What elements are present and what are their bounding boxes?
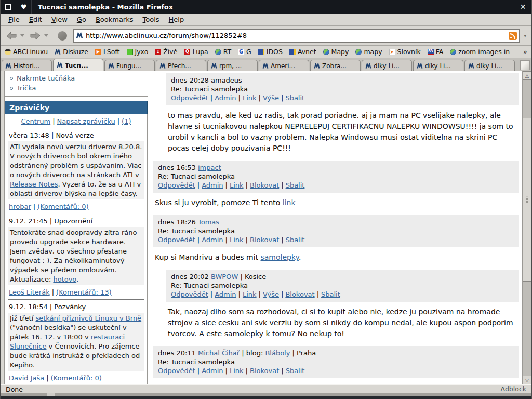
tab-tucnaci-samolepka[interactable]: Tucn...: [53, 59, 103, 71]
comments-link[interactable]: (Komentářů: 0): [37, 203, 88, 210]
tab-diky-1[interactable]: díky Li...: [362, 60, 412, 71]
forward-dropdown-icon[interactable]: [44, 34, 48, 37]
release-notes-link[interactable]: Release Notes: [10, 180, 58, 188]
block-link[interactable]: Blokovat: [250, 181, 279, 189]
reply-link[interactable]: Odpovědět: [158, 181, 195, 189]
user-link[interactable]: impact: [198, 164, 221, 171]
bookmark-zive[interactable]: ŽŽivě: [155, 48, 177, 56]
collapse-link[interactable]: Sbalit: [286, 181, 305, 189]
author-link[interactable]: Leoš Literák: [9, 288, 50, 296]
comments-link[interactable]: (Komentářů: 13): [56, 288, 112, 296]
bookmark-lsoft[interactable]: ▶LSoft: [95, 48, 120, 56]
setkani-link[interactable]: setkání příznivců Linuxu v Brně: [35, 314, 141, 322]
menu-go[interactable]: Go: [72, 14, 91, 25]
back-button[interactable]: [6, 32, 17, 40]
blog-link[interactable]: Bláboly: [265, 349, 290, 357]
body-link[interactable]: link: [283, 198, 296, 207]
link-link[interactable]: Link: [243, 94, 257, 102]
post-meta: dnes 20:28 amadeus: [171, 76, 514, 85]
close-button[interactable]: ✕: [514, 0, 531, 14]
centrum-link[interactable]: Centrum: [21, 117, 51, 125]
url-dropdown-icon[interactable]: ▾: [524, 33, 526, 38]
admin-link[interactable]: Admin: [215, 94, 236, 102]
rss-icon[interactable]: [509, 32, 517, 40]
bookmark-diskuze[interactable]: Diskuze: [55, 48, 88, 56]
link-link[interactable]: Link: [230, 236, 244, 244]
user-link[interactable]: Tomas: [198, 218, 219, 226]
sidebar-item-nakrmte-tucnaka[interactable]: Nakrmte tučňáka: [10, 73, 144, 83]
menu-tools[interactable]: Tools: [138, 14, 164, 25]
author-link[interactable]: hrobar: [9, 203, 31, 210]
count-link[interactable]: (1): [122, 117, 131, 125]
back-dropdown-icon[interactable]: [20, 34, 24, 37]
scroll-down-button[interactable]: ▽: [523, 376, 531, 384]
bookmark-zoom-images[interactable]: zoom images in: [450, 48, 510, 56]
menu-bookmarks[interactable]: Bookmarks: [91, 14, 138, 25]
menu-file[interactable]: File: [4, 14, 24, 25]
bookmark-lupa[interactable]: QLupa: [184, 48, 208, 56]
hotovo-link[interactable]: hotovo: [53, 275, 76, 283]
block-link[interactable]: Blokovat: [250, 367, 279, 375]
bookmark-jyxo[interactable]: Jyxo: [127, 48, 149, 56]
forward-button[interactable]: [30, 32, 41, 40]
adblock-status[interactable]: Adblock: [501, 385, 526, 393]
menu-help[interactable]: Help: [164, 14, 189, 25]
sidebar-item-tricka[interactable]: Trička: [10, 83, 144, 93]
vertical-scrollbar[interactable]: △ ▽: [522, 71, 531, 384]
bookmark-fa[interactable]: FAFA: [428, 48, 444, 56]
admin-link[interactable]: Admin: [202, 181, 223, 189]
comments-link[interactable]: (Komentářů: 0): [51, 374, 102, 382]
reply-link[interactable]: Odpovědět: [171, 94, 208, 102]
up-link[interactable]: Výše: [263, 290, 279, 298]
up-link[interactable]: Výše: [263, 94, 279, 102]
user-link[interactable]: BWPOW: [211, 273, 238, 281]
napsat-zpravicku-link[interactable]: Napsat zprávičku: [57, 117, 115, 125]
bookmarks-overflow-icon[interactable]: »: [523, 48, 527, 56]
scrollbar-thumb[interactable]: [523, 118, 531, 282]
collapse-link[interactable]: Sbalit: [285, 94, 304, 102]
block-link[interactable]: Blokovat: [285, 290, 314, 298]
menu-edit[interactable]: Edit: [24, 14, 47, 25]
admin-link[interactable]: Admin: [202, 236, 223, 244]
post-body: Tak, naozaj dlho som sa rozhodoval, ci s…: [166, 302, 519, 340]
tab-rpm[interactable]: rpm, ...: [207, 60, 258, 71]
bookmark-g[interactable]: GG: [238, 48, 251, 56]
bookmark-slovnik[interactable]: ➤Slovník: [389, 48, 421, 56]
bookmark-idos[interactable]: IDOS: [258, 48, 283, 56]
bookmark-abclinuxu[interactable]: ABCLinuxu: [5, 48, 48, 56]
reply-link[interactable]: Odpovědět: [171, 290, 208, 298]
bookmark-mapy2[interactable]: mapy: [355, 48, 382, 56]
bookmark-rt[interactable]: RT: [215, 48, 231, 56]
mozilla-icon: [314, 63, 320, 69]
tab-prechod[interactable]: Přech...: [156, 60, 206, 71]
bookmark-avnet[interactable]: Avnet: [289, 48, 316, 56]
block-link[interactable]: Blokovat: [250, 236, 279, 244]
reply-link[interactable]: Odpovědět: [158, 236, 195, 244]
admin-link[interactable]: Admin: [202, 367, 223, 375]
tab-funguje[interactable]: Fungu...: [104, 60, 155, 71]
link-link[interactable]: Link: [243, 290, 257, 298]
tab-historie[interactable]: Histori...: [2, 60, 52, 71]
samolepky-link[interactable]: samolepky: [261, 253, 299, 261]
tab-america[interactable]: Ameri...: [259, 60, 309, 71]
tab-zobrazit[interactable]: Zobra...: [310, 60, 361, 71]
scroll-up-button[interactable]: △: [523, 71, 531, 80]
reload-stop-icon[interactable]: [58, 31, 67, 41]
pin-button[interactable]: ♥: [16, 0, 32, 14]
url-input[interactable]: [86, 32, 509, 39]
link-link[interactable]: Link: [230, 367, 244, 375]
tab-diky-2[interactable]: díky Li...: [413, 60, 463, 71]
collapse-link[interactable]: Sbalit: [286, 367, 305, 375]
window-menu-button[interactable]: [1, 0, 16, 14]
menu-view[interactable]: View: [47, 14, 72, 25]
author-link[interactable]: David Jaša: [9, 374, 44, 382]
collapse-link[interactable]: Sbalit: [321, 290, 340, 298]
collapse-link[interactable]: Sbalit: [286, 236, 305, 244]
tab-diky-3[interactable]: díky Li...: [464, 60, 515, 71]
user-link[interactable]: Michal Čihař: [198, 349, 240, 357]
bookmark-mapy1[interactable]: Mapy: [323, 48, 349, 56]
admin-link[interactable]: Admin: [215, 290, 236, 298]
tab-corner-button[interactable]: [520, 60, 530, 70]
link-link[interactable]: Link: [230, 181, 244, 189]
reply-link[interactable]: Odpovědět: [158, 367, 195, 375]
